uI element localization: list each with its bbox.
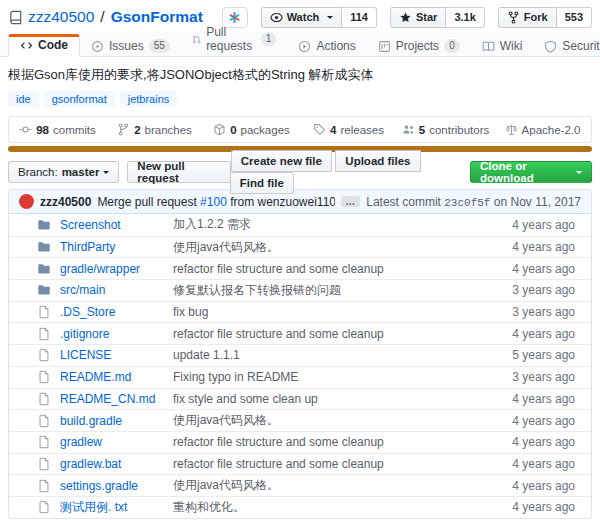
tab-code[interactable]: Code	[8, 34, 80, 57]
file-age: 4 years ago	[512, 240, 575, 254]
fork-button[interactable]: Fork	[498, 7, 557, 28]
file-age: 3 years ago	[512, 305, 575, 319]
issue-icon	[91, 40, 104, 53]
topic-tag-ide[interactable]: ide	[8, 91, 39, 107]
file-name-link[interactable]: README.md	[60, 370, 173, 384]
file-commit-message-link[interactable]: 加入1.2.2 需求	[173, 216, 512, 233]
tab-security[interactable]: Security	[533, 36, 600, 57]
fork-count[interactable]: 553	[557, 7, 592, 28]
pr-number-link[interactable]: #100	[200, 195, 227, 209]
file-icon	[37, 457, 51, 471]
commit-ellipsis-button[interactable]: …	[341, 196, 360, 207]
stat-branches[interactable]: 2branches	[106, 117, 203, 142]
stat-contributors[interactable]: 5contributors	[397, 117, 494, 142]
file-row: settings.gradle使用java代码风格。4 years ago	[9, 474, 591, 496]
file-commit-message-link[interactable]: 使用java代码风格。	[173, 412, 512, 429]
file-name-link[interactable]: .DS_Store	[60, 305, 173, 319]
file-name-link[interactable]: .gitignore	[60, 327, 173, 341]
branch-select-button[interactable]: Branch: master	[8, 161, 119, 183]
stat-releases[interactable]: 4releases	[300, 117, 397, 142]
file-commit-message-link[interactable]: update 1.1.1	[173, 348, 512, 362]
stat-label: contributors	[429, 124, 489, 136]
tab-issues[interactable]: Issues55	[80, 36, 181, 57]
fork-label: Fork	[524, 11, 548, 23]
file-toolbar: Branch: master New pull request Create n…	[8, 161, 592, 183]
file-row: gradlewrefactor file structure and some …	[9, 431, 591, 453]
stat-label: branches	[145, 124, 192, 136]
file-row: README_CN.mdfix style and some clean up4…	[9, 388, 591, 410]
star-count[interactable]: 3.1k	[446, 7, 484, 28]
file-row: gradle/wrapperrefactor file structure an…	[9, 257, 591, 279]
stat-packages[interactable]: 0packages	[203, 117, 300, 142]
file-commit-message-link[interactable]: 修复默认报名下转换报错的问题	[173, 282, 512, 299]
file-commit-message-link[interactable]: 使用java代码风格。	[173, 239, 512, 256]
file-name-link[interactable]: Screenshot	[60, 218, 173, 232]
commit-message[interactable]: Merge pull request #100 from wenzuowei11…	[97, 195, 335, 209]
file-actions-group: Create new file Upload files Find file	[231, 150, 462, 194]
tab-label: Actions	[316, 39, 355, 53]
latest-commit-bar: zzz40500 Merge pull request #100 from we…	[9, 190, 591, 214]
file-name-link[interactable]: gradlew	[60, 435, 173, 449]
repo-icon	[8, 10, 23, 25]
file-list: Screenshot加入1.2.2 需求4 years agoThirdPart…	[9, 214, 591, 518]
file-commit-message-link[interactable]: refactor file structure and some cleanup	[173, 435, 512, 449]
star-button-group: Star 3.1k	[390, 7, 485, 28]
file-commit-message-link[interactable]: fix bug	[173, 305, 512, 319]
file-icon	[37, 305, 51, 319]
file-age: 3 years ago	[512, 283, 575, 297]
file-age: 4 years ago	[512, 435, 575, 449]
star-button[interactable]: Star	[390, 7, 446, 28]
file-icon	[37, 414, 51, 428]
file-name-link[interactable]: gradle/wrapper	[60, 262, 173, 276]
watch-count[interactable]: 114	[342, 7, 377, 28]
file-name-link[interactable]: README_CN.md	[60, 392, 173, 406]
file-commit-message-link[interactable]: Fixing typo in README	[173, 370, 512, 384]
stat-label: Apache-2.0	[522, 124, 581, 136]
file-commit-message-link[interactable]: refactor file structure and some cleanup	[173, 327, 512, 341]
file-name-link[interactable]: build.gradle	[60, 414, 173, 428]
file-commit-message-link[interactable]: fix style and some clean up	[173, 392, 512, 406]
commit-author-avatar[interactable]	[19, 194, 34, 209]
tab-wiki[interactable]: Wiki	[471, 36, 534, 57]
file-row: 测试用例. txt重构和优化。4 years ago	[9, 496, 591, 518]
file-commit-message-link[interactable]: refactor file structure and some cleanup	[173, 457, 512, 471]
clone-or-download-button[interactable]: Clone or download	[470, 161, 592, 183]
stat-number: 4	[330, 124, 336, 136]
stat-commits[interactable]: 98commits	[9, 117, 106, 142]
file-age: 4 years ago	[512, 392, 575, 406]
git-pull-request-icon	[192, 33, 201, 46]
file-row: Screenshot加入1.2.2 需求4 years ago	[9, 214, 591, 236]
upload-files-button[interactable]: Upload files	[335, 150, 420, 172]
commit-author-link[interactable]: zzz40500	[40, 195, 91, 209]
file-name-link[interactable]: 测试用例. txt	[60, 499, 173, 516]
folder-icon	[37, 240, 51, 254]
commit-message-suffix: from wenzuowei110/fix_default_package_io…	[227, 195, 335, 209]
tab-projects[interactable]: Projects0	[367, 36, 471, 57]
file-name-link[interactable]: src/main	[60, 283, 173, 297]
new-pull-request-button[interactable]: New pull request	[127, 161, 230, 183]
tab-actions[interactable]: Actions	[287, 36, 366, 57]
commit-sha-link[interactable]: 23c0f5f	[444, 197, 490, 209]
file-name-link[interactable]: gradlew.bat	[60, 457, 173, 471]
file-commit-message-link[interactable]: 使用java代码风格。	[173, 477, 512, 494]
topic-tag-gsonformat[interactable]: gsonformat	[44, 91, 115, 107]
file-age: 4 years ago	[512, 479, 575, 493]
create-new-file-button[interactable]: Create new file	[231, 150, 332, 172]
tab-pull-requests[interactable]: Pull requests1	[181, 22, 288, 57]
find-file-button[interactable]: Find file	[230, 172, 294, 194]
topic-tag-jetbrains[interactable]: jetbrains	[120, 91, 178, 107]
repo-owner-link[interactable]: zzz40500	[28, 8, 94, 26]
tab-label: Pull requests	[206, 25, 256, 53]
file-commit-message-link[interactable]: 重构和优化。	[173, 499, 512, 516]
file-commit-message-link[interactable]: refactor file structure and some cleanup	[173, 262, 512, 276]
file-name-link[interactable]: settings.gradle	[60, 479, 173, 493]
fork-button-group: Fork 553	[498, 7, 592, 28]
package-icon	[213, 123, 226, 136]
file-name-link[interactable]: ThirdParty	[60, 240, 173, 254]
stat-apache-2-0[interactable]: Apache-2.0	[494, 117, 591, 142]
play-icon	[298, 40, 311, 53]
book-icon	[482, 40, 495, 53]
file-row: ThirdParty使用java代码风格。4 years ago	[9, 236, 591, 258]
file-name-link[interactable]: LICENSE	[60, 348, 173, 362]
commit-message-prefix: Merge pull request	[97, 195, 200, 209]
